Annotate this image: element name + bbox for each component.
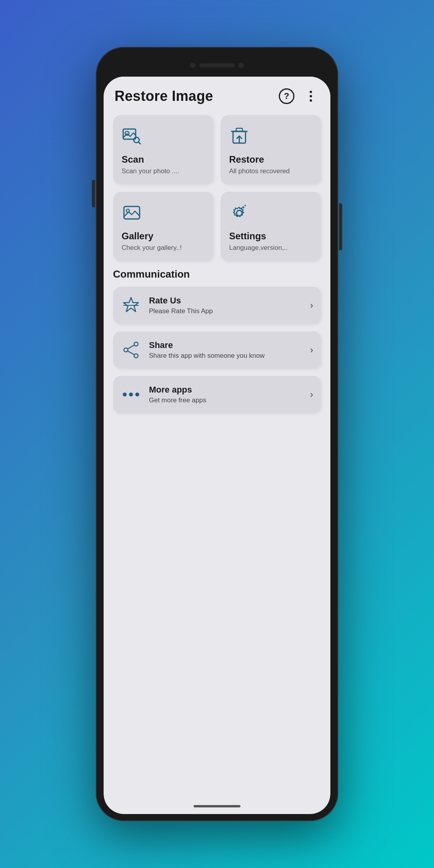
notch-sensors [190, 63, 244, 68]
settings-icon [229, 203, 249, 224]
share-chevron: › [310, 344, 313, 355]
phone-screen: Restore Image ? [104, 77, 330, 814]
more-apps-card[interactable]: More apps Get more free apps › [113, 376, 321, 413]
help-icon: ? [279, 88, 294, 104]
home-indicator [194, 805, 240, 807]
rate-us-text: Rate Us Please Rate This App [149, 296, 302, 315]
gallery-icon [122, 203, 142, 224]
home-indicator-bar [104, 798, 330, 814]
communication-label: Communication [113, 268, 321, 280]
scan-card[interactable]: Scan Scan your photo .... [113, 115, 213, 185]
scan-title: Scan [122, 154, 144, 165]
app-header: Restore Image ? [104, 77, 330, 111]
settings-subtitle: Language,version,.. [229, 244, 287, 252]
app-content: Scan Scan your photo .... [104, 111, 330, 798]
sensor [239, 63, 244, 68]
power-button [339, 203, 342, 250]
restore-title: Restore [229, 154, 264, 165]
rate-us-card[interactable]: Rate Us Please Rate This App › [113, 287, 321, 324]
gallery-subtitle: Check your gallery..! [122, 244, 182, 252]
svg-point-18 [124, 348, 128, 352]
share-title: Share [149, 340, 302, 350]
svg-line-3 [138, 142, 140, 144]
svg-rect-8 [124, 206, 140, 219]
header-icons: ? [278, 88, 319, 105]
share-text: Share Share this app with someone you kn… [149, 340, 302, 360]
svg-line-21 [128, 351, 134, 355]
speaker [199, 63, 235, 67]
grid-row-1: Scan Scan your photo .... [113, 115, 321, 185]
menu-button[interactable] [302, 88, 319, 105]
svg-point-19 [134, 354, 138, 358]
svg-rect-6 [236, 128, 242, 131]
gallery-title: Gallery [122, 231, 153, 242]
share-icon [121, 340, 141, 360]
share-subtitle: Share this app with someone you know [149, 352, 302, 360]
help-button[interactable]: ? [278, 88, 295, 105]
notch-left [114, 63, 129, 68]
front-camera [190, 63, 195, 68]
restore-icon [229, 126, 249, 148]
gallery-card[interactable]: Gallery Check your gallery..! [113, 192, 213, 261]
rate-us-subtitle: Please Rate This App [149, 307, 302, 315]
phone-frame: Restore Image ? [96, 47, 338, 821]
share-card[interactable]: Share Share this app with someone you kn… [113, 331, 321, 369]
restore-subtitle: All photos recovered [229, 167, 290, 175]
grid-row-2: Gallery Check your gallery..! [113, 192, 321, 261]
more-apps-subtitle: Get more free apps [149, 396, 302, 404]
status-bar [103, 54, 331, 77]
rate-us-title: Rate Us [149, 296, 302, 306]
rate-us-chevron: › [310, 300, 313, 311]
more-apps-chevron: › [310, 389, 313, 400]
more-apps-title: More apps [149, 385, 302, 395]
settings-card[interactable]: Settings Language,version,.. [221, 192, 321, 261]
svg-marker-15 [124, 298, 138, 312]
more-apps-icon [121, 384, 141, 405]
three-dots-icon [310, 91, 312, 102]
star-icon [121, 295, 141, 316]
volume-button [92, 180, 95, 207]
scan-icon [122, 126, 142, 148]
app-title: Restore Image [115, 88, 213, 104]
restore-card[interactable]: Restore All photos recovered [221, 115, 321, 185]
svg-line-20 [128, 345, 134, 349]
settings-title: Settings [229, 231, 266, 242]
scan-subtitle: Scan your photo .... [122, 167, 179, 175]
svg-point-17 [134, 342, 138, 346]
more-apps-text: More apps Get more free apps [149, 385, 302, 404]
